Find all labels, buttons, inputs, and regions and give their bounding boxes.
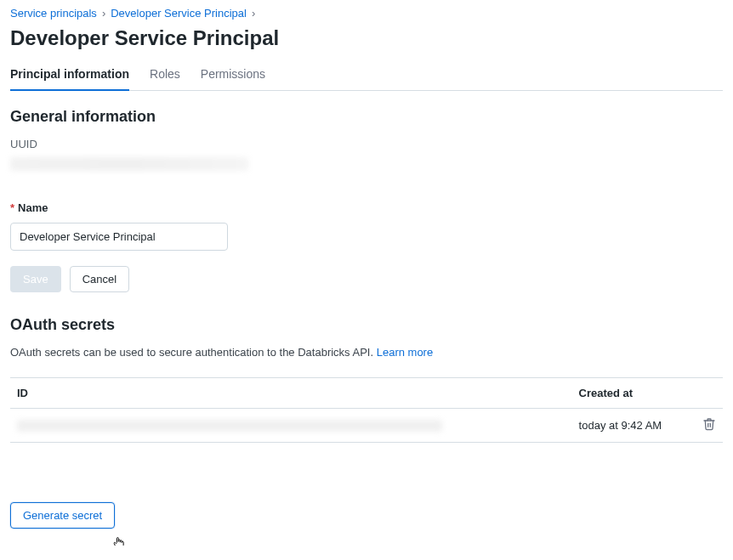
- oauth-description-text: OAuth secrets can be used to secure auth…: [10, 346, 373, 359]
- breadcrumb-separator: ›: [102, 7, 105, 20]
- tab-permissions[interactable]: Permissions: [201, 62, 265, 91]
- learn-more-link[interactable]: Learn more: [377, 346, 433, 359]
- col-created-header: Created at: [572, 378, 696, 409]
- generate-secret-button[interactable]: Generate secret: [10, 502, 115, 529]
- form-buttons: Save Cancel: [10, 266, 723, 292]
- name-input[interactable]: [10, 223, 228, 251]
- oauth-description: OAuth secrets can be used to secure auth…: [10, 346, 723, 359]
- save-button[interactable]: Save: [10, 266, 61, 292]
- secret-actions-cell: [696, 409, 723, 443]
- name-label-text: Name: [18, 201, 48, 214]
- secret-id-redacted: [17, 420, 442, 432]
- name-field-label: *Name: [10, 201, 723, 214]
- breadcrumb-current-link[interactable]: Developer Service Principal: [111, 7, 247, 20]
- cursor-pointer-icon: [112, 536, 126, 546]
- breadcrumb-separator: ›: [252, 7, 255, 20]
- breadcrumb-root-link[interactable]: Service principals: [10, 7, 97, 20]
- table-row: today at 9:42 AM: [10, 409, 723, 443]
- secret-id-cell: [10, 409, 572, 443]
- col-actions-header: [696, 378, 723, 409]
- trash-icon[interactable]: [702, 417, 716, 431]
- tabs: Principal information Roles Permissions: [10, 62, 723, 91]
- tab-roles[interactable]: Roles: [150, 62, 180, 91]
- col-id-header: ID: [10, 378, 572, 409]
- breadcrumb: Service principals › Developer Service P…: [10, 7, 723, 20]
- general-information-heading: General information: [10, 108, 723, 126]
- cancel-button[interactable]: Cancel: [70, 266, 129, 292]
- required-asterisk: *: [10, 201, 14, 214]
- uuid-value-redacted: [10, 157, 248, 171]
- uuid-label: UUID: [10, 138, 723, 150]
- tab-principal-information[interactable]: Principal information: [10, 62, 129, 91]
- oauth-secrets-table: ID Created at today at 9:42 AM: [10, 377, 723, 443]
- oauth-secrets-heading: OAuth secrets: [10, 316, 723, 334]
- secret-created-cell: today at 9:42 AM: [572, 409, 696, 443]
- page-title: Developer Service Principal: [10, 26, 723, 50]
